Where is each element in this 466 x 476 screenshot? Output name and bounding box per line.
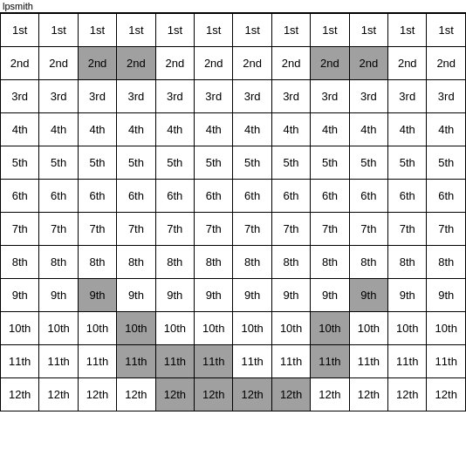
grid-cell: 6th <box>78 180 116 213</box>
grid-cell: 1st <box>311 14 349 47</box>
grid-cell: 2nd <box>1 47 39 80</box>
grid-cell: 3rd <box>271 80 310 113</box>
grid-cell: 8th <box>39 246 78 279</box>
grid-cell: 11th <box>195 345 233 378</box>
grid-cell: 1st <box>427 14 466 47</box>
grid-cell: 12th <box>349 378 387 411</box>
grid-cell: 4th <box>117 113 155 146</box>
grid-cell: 10th <box>1 312 39 345</box>
grid-cell: 12th <box>78 378 116 411</box>
grid-cell: 9th <box>311 279 349 312</box>
grid-cell: 6th <box>1 180 39 213</box>
grid-cell: 6th <box>39 180 78 213</box>
grid-cell: 4th <box>78 113 116 146</box>
grid-cell: 10th <box>39 312 78 345</box>
grid-table: 1st1st1st1st1st1st1st1st1st1st1st1st2nd2… <box>0 13 466 411</box>
grid-cell: 3rd <box>155 80 194 113</box>
grid-cell: 4th <box>427 113 466 146</box>
grid-cell: 10th <box>349 312 387 345</box>
grid-cell: 11th <box>311 345 349 378</box>
grid-cell: 9th <box>1 279 39 312</box>
grid-cell: 9th <box>117 279 155 312</box>
grid-cell: 12th <box>233 378 271 411</box>
grid-cell: 8th <box>427 246 466 279</box>
grid-cell: 1st <box>195 14 233 47</box>
grid-cell: 5th <box>195 146 233 180</box>
grid-cell: 1st <box>78 14 116 47</box>
grid-cell: 3rd <box>349 80 387 113</box>
grid-cell: 4th <box>233 113 271 146</box>
grid-cell: 9th <box>39 279 78 312</box>
grid-cell: 11th <box>1 345 39 378</box>
grid-cell: 5th <box>155 146 194 180</box>
grid-cell: 7th <box>349 213 387 246</box>
grid-cell: 2nd <box>39 47 78 80</box>
grid-cell: 6th <box>155 180 194 213</box>
grid-cell: 6th <box>427 180 466 213</box>
grid-cell: 5th <box>1 146 39 180</box>
grid-cell: 9th <box>271 279 310 312</box>
grid-cell: 6th <box>311 180 349 213</box>
grid-cell: 5th <box>349 146 387 180</box>
grid-cell: 11th <box>388 345 427 378</box>
grid-cell: 12th <box>311 378 349 411</box>
grid-cell: 1st <box>39 14 78 47</box>
grid-cell: 7th <box>388 213 427 246</box>
grid-cell: 10th <box>427 312 466 345</box>
grid-cell: 1st <box>271 14 310 47</box>
grid-cell: 3rd <box>117 80 155 113</box>
grid-cell: 8th <box>195 246 233 279</box>
grid-cell: 5th <box>271 146 310 180</box>
grid-cell: 6th <box>349 180 387 213</box>
grid-cell: 11th <box>271 345 310 378</box>
grid-cell: 2nd <box>155 47 194 80</box>
grid-cell: 1st <box>1 14 39 47</box>
grid-cell: 6th <box>117 180 155 213</box>
grid-cell: 1st <box>155 14 194 47</box>
grid-cell: 11th <box>78 345 116 378</box>
grid-cell: 9th <box>427 279 466 312</box>
grid-cell: 8th <box>117 246 155 279</box>
grid-cell: 5th <box>117 146 155 180</box>
grid-cell: 8th <box>233 246 271 279</box>
grid-cell: 1st <box>388 14 427 47</box>
grid-cell: 11th <box>117 345 155 378</box>
grid-cell: 12th <box>388 378 427 411</box>
grid-cell: 12th <box>155 378 194 411</box>
grid-cell: 11th <box>233 345 271 378</box>
grid-cell: 4th <box>271 113 310 146</box>
grid-cell: 5th <box>388 146 427 180</box>
grid-cell: 2nd <box>311 47 349 80</box>
grid-cell: 9th <box>388 279 427 312</box>
grid-cell: 10th <box>117 312 155 345</box>
grid-cell: 12th <box>39 378 78 411</box>
grid-cell: 7th <box>117 213 155 246</box>
grid-container: 1st1st1st1st1st1st1st1st1st1st1st1st2nd2… <box>0 13 466 411</box>
grid-cell: 2nd <box>195 47 233 80</box>
grid-cell: 7th <box>155 213 194 246</box>
grid-cell: 10th <box>271 312 310 345</box>
grid-cell: 4th <box>349 113 387 146</box>
grid-cell: 3rd <box>233 80 271 113</box>
grid-cell: 9th <box>78 279 116 312</box>
grid-cell: 11th <box>39 345 78 378</box>
grid-cell: 1st <box>349 14 387 47</box>
grid-cell: 2nd <box>349 47 387 80</box>
grid-cell: 7th <box>427 213 466 246</box>
grid-cell: 9th <box>195 279 233 312</box>
grid-cell: 6th <box>233 180 271 213</box>
grid-cell: 8th <box>349 246 387 279</box>
grid-cell: 6th <box>195 180 233 213</box>
grid-cell: 2nd <box>427 47 466 80</box>
grid-cell: 4th <box>388 113 427 146</box>
grid-cell: 11th <box>349 345 387 378</box>
grid-cell: 1st <box>117 14 155 47</box>
grid-cell: 2nd <box>271 47 310 80</box>
grid-cell: 7th <box>195 213 233 246</box>
grid-cell: 3rd <box>427 80 466 113</box>
grid-cell: 7th <box>39 213 78 246</box>
grid-cell: 9th <box>233 279 271 312</box>
grid-cell: 10th <box>78 312 116 345</box>
grid-cell: 5th <box>39 146 78 180</box>
grid-cell: 1st <box>233 14 271 47</box>
